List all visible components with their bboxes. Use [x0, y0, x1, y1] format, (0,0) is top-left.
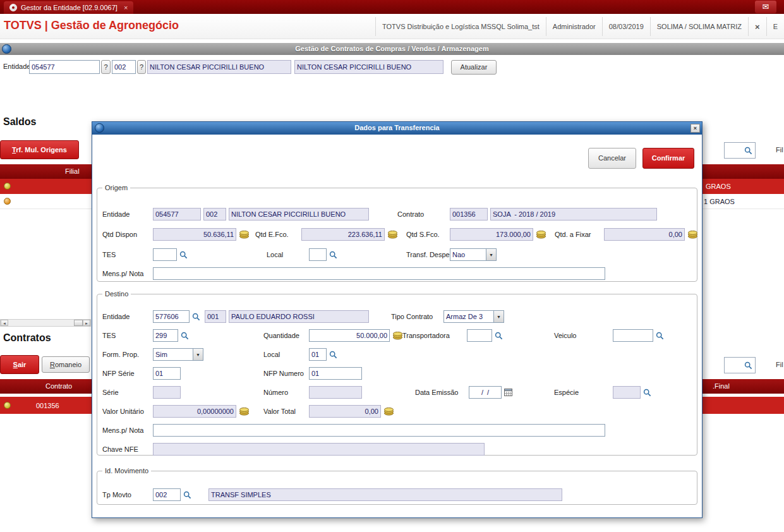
chave-nfe-field — [153, 443, 485, 456]
numero-label: Número — [263, 386, 288, 399]
movimento-legend: Id. Movimento — [102, 467, 151, 475]
nfp-numero-input[interactable] — [309, 367, 362, 380]
especie-input — [613, 386, 641, 399]
dialog-close-icon[interactable]: × — [691, 124, 700, 133]
origem-contrato-label: Contrato — [397, 208, 424, 221]
quantidade-input[interactable] — [309, 329, 390, 342]
origem-legend: Origem — [102, 184, 130, 191]
module-title: Gestão de Contratos de Compras / Vendas … — [295, 45, 488, 52]
header-close-icon[interactable]: × — [748, 17, 766, 36]
environment-info: TOTVS Distribuição e Logística MSSQL Sol… — [375, 17, 546, 36]
nfp-numero-label: NFP Numero — [263, 367, 304, 380]
quantidade-label: Quantidade — [263, 329, 299, 342]
trf-mul-origens-button[interactable]: Trf. Mul. Origens — [0, 140, 79, 159]
origem-local-input[interactable] — [309, 248, 327, 261]
money-icon[interactable] — [239, 231, 250, 239]
transportadora-label: Transportadora — [402, 329, 450, 342]
chevron-down-icon[interactable]: ▼ — [493, 310, 504, 323]
saldos-filter-input[interactable] — [724, 142, 756, 159]
search-icon[interactable] — [495, 332, 503, 340]
search-icon[interactable] — [656, 332, 664, 340]
money-icon[interactable] — [536, 231, 546, 239]
module-icon — [2, 44, 11, 54]
money-icon[interactable] — [387, 231, 398, 239]
tipo-contrato-label: Tipo Contrato — [391, 310, 433, 323]
search-icon[interactable] — [181, 332, 189, 340]
destino-legend: Destino — [102, 290, 131, 298]
tp-movto-input[interactable] — [153, 488, 181, 501]
totvs-logo-icon — [9, 4, 17, 11]
valor-total-field — [309, 405, 381, 418]
destino-local-input[interactable] — [309, 348, 327, 361]
scroll-left-icon[interactable]: ◄ — [1, 320, 8, 326]
tipo-contrato-select[interactable]: Armaz De 3 ▼ — [443, 310, 504, 323]
valor-unitario-field — [153, 405, 236, 418]
scrollbar-thumb[interactable] — [74, 320, 83, 326]
destino-nome-field — [229, 310, 369, 323]
chevron-down-icon[interactable]: ▼ — [193, 348, 203, 361]
origem-mens-input[interactable] — [153, 267, 605, 280]
veiculo-input[interactable] — [613, 329, 653, 342]
form-prop-select[interactable]: Sim ▼ — [153, 348, 203, 361]
current-date: 08/03/2019 — [602, 17, 650, 36]
column-contrato: Contrato — [45, 382, 72, 390]
user-name: Administrador — [546, 17, 602, 36]
transportadora-input[interactable] — [467, 329, 492, 342]
destino-entidade-label: Entidade — [102, 310, 130, 323]
store-help-button[interactable]: ? — [137, 60, 146, 74]
confirm-button[interactable]: Confirmar — [642, 148, 694, 169]
saldos-horizontal-scrollbar[interactable]: ◄ ► — [0, 319, 91, 327]
sair-button[interactable]: Sair — [0, 355, 39, 374]
romaneio-button[interactable]: Romaneio — [42, 356, 90, 373]
qtd-efco-field — [301, 228, 385, 241]
app-title: TOTVS | Gestão de Agronegócio — [4, 19, 179, 32]
destino-entidade-input[interactable] — [153, 310, 190, 323]
destino-tes-input[interactable] — [153, 329, 178, 342]
money-icon[interactable] — [392, 332, 403, 340]
search-icon — [744, 147, 752, 155]
search-icon[interactable] — [329, 251, 337, 259]
data-emissao-label: Data Emissão — [415, 386, 458, 399]
search-icon — [744, 361, 752, 370]
module-banner: Gestão de Contratos de Compras / Vendas … — [0, 43, 784, 55]
qtd-dispon-label: Qtd Dispon — [102, 228, 137, 241]
nfp-serie-label: NFP Série — [102, 367, 135, 380]
saldos-row-product: GRAOS — [706, 183, 731, 190]
origem-local-label: Local — [267, 248, 283, 261]
destino-mens-input[interactable] — [153, 424, 605, 437]
money-icon[interactable] — [383, 408, 394, 416]
atualizar-button[interactable]: Atualizar — [451, 60, 497, 75]
entity-name-field — [147, 60, 291, 74]
search-icon[interactable] — [192, 313, 200, 321]
chevron-down-icon[interactable]: ▼ — [486, 248, 497, 261]
header-info: TOTVS Distribuição e Logística MSSQL Sol… — [375, 17, 784, 36]
origem-tes-input[interactable] — [153, 248, 177, 261]
data-emissao-input[interactable] — [469, 386, 502, 399]
dialog-title: Dados para Transferencia — [92, 124, 702, 131]
contratos-filter-input[interactable] — [724, 357, 756, 373]
search-icon[interactable] — [179, 251, 188, 259]
especie-label: Espécie — [554, 386, 579, 399]
dialog-titlebar[interactable]: Dados para Transferencia × — [92, 122, 702, 135]
search-icon[interactable] — [329, 351, 337, 359]
mail-icon[interactable]: ✉ — [755, 1, 776, 13]
money-icon[interactable] — [239, 408, 250, 416]
nfp-serie-input[interactable] — [153, 367, 181, 380]
cancel-button[interactable]: Cancelar — [588, 148, 636, 169]
tab-title: Gestor da Entidade [02.9.0067] — [21, 4, 118, 11]
transf-despesa-select[interactable]: Nao ▼ — [450, 248, 497, 261]
scroll-right-icon[interactable]: ► — [83, 320, 90, 326]
money-icon[interactable] — [687, 231, 698, 239]
tab-close-icon[interactable]: × — [124, 4, 128, 11]
serie-field — [153, 386, 181, 399]
qtd-sfco-label: Qtd S.Fco. — [406, 228, 440, 241]
search-icon[interactable] — [183, 491, 191, 499]
search-icon[interactable] — [643, 389, 651, 397]
entity-store-input[interactable] — [112, 60, 136, 74]
saldos-heading: Saldos — [3, 116, 36, 128]
tab-gestor-entidade[interactable]: Gestor da Entidade [02.9.0067] × — [4, 1, 133, 14]
entity-help-button[interactable]: ? — [101, 60, 111, 74]
origem-contrato-field — [450, 208, 488, 221]
entity-code-input[interactable] — [29, 60, 100, 74]
calendar-icon[interactable] — [504, 388, 512, 396]
